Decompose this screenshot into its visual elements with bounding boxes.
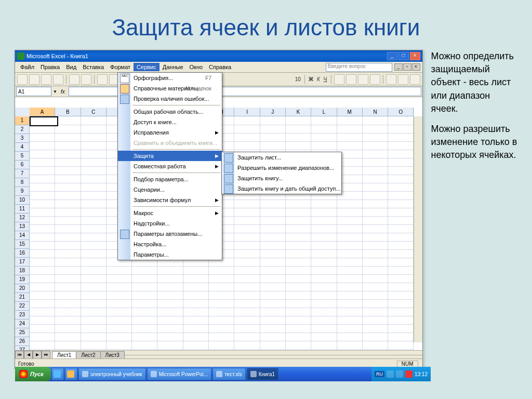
cell[interactable] — [388, 166, 414, 175]
sheet-tab[interactable]: Лист2 — [76, 351, 100, 359]
row-header[interactable]: 19 — [15, 275, 30, 284]
cell[interactable] — [363, 216, 388, 225]
cell[interactable] — [363, 166, 388, 175]
tray-icon[interactable] — [396, 370, 403, 378]
menu-entry[interactable]: Защитить лист... — [222, 152, 341, 163]
cell[interactable] — [337, 283, 363, 291]
cell[interactable] — [209, 308, 234, 316]
cell[interactable] — [388, 133, 414, 142]
cell[interactable] — [55, 233, 81, 242]
row-header[interactable]: 8 — [15, 178, 30, 187]
cell[interactable] — [132, 308, 157, 316]
cell[interactable] — [209, 316, 234, 325]
cell[interactable] — [363, 141, 388, 150]
cell[interactable] — [388, 316, 414, 325]
menu-entry[interactable]: Подбор параметра... — [118, 174, 222, 184]
quick-launch-icon[interactable] — [65, 368, 77, 380]
cell[interactable] — [286, 141, 311, 150]
cell[interactable] — [81, 191, 107, 200]
cell[interactable] — [337, 299, 363, 308]
cell[interactable] — [388, 299, 414, 308]
tab-nav-next[interactable]: ▶ — [33, 351, 42, 359]
align-left-button[interactable] — [334, 74, 344, 85]
cell[interactable] — [311, 208, 337, 217]
cell[interactable] — [286, 200, 311, 208]
cell[interactable] — [107, 291, 132, 300]
cell[interactable] — [81, 324, 107, 333]
column-header[interactable]: B — [55, 108, 81, 116]
cell[interactable] — [234, 116, 260, 125]
cell[interactable] — [107, 341, 132, 350]
cell[interactable] — [81, 299, 107, 308]
cell[interactable] — [183, 308, 209, 316]
vertical-scrollbar[interactable] — [414, 116, 422, 342]
row-header[interactable]: 15 — [15, 240, 30, 249]
cell[interactable] — [55, 183, 81, 192]
cell[interactable] — [337, 200, 363, 208]
menu-entry[interactable]: Доступ к книге... — [118, 117, 222, 127]
row-header[interactable]: 11 — [15, 205, 30, 214]
row-header[interactable]: 18 — [15, 267, 30, 275]
cell[interactable] — [55, 125, 81, 134]
cell[interactable] — [81, 166, 107, 175]
cell[interactable] — [311, 224, 337, 233]
cell[interactable] — [337, 341, 363, 350]
row-header[interactable]: 25 — [15, 328, 30, 337]
cell[interactable] — [55, 283, 81, 291]
cell[interactable] — [363, 283, 388, 291]
cell[interactable] — [388, 324, 414, 333]
menu-entry[interactable]: Зависимости формул▶ — [118, 195, 222, 205]
column-header[interactable]: I — [234, 108, 260, 116]
cell[interactable] — [107, 316, 132, 325]
preview-button[interactable] — [69, 74, 79, 85]
cell[interactable] — [55, 150, 81, 158]
cell[interactable] — [55, 299, 81, 308]
spell-button[interactable] — [81, 74, 91, 85]
cell[interactable] — [234, 316, 260, 325]
row-header[interactable]: 2 — [15, 125, 30, 134]
cell[interactable] — [388, 341, 414, 350]
cell[interactable] — [286, 324, 311, 333]
sheet-tab[interactable]: Лист3 — [100, 351, 125, 359]
cell[interactable] — [209, 299, 234, 308]
cell[interactable] — [157, 283, 183, 291]
menu-entry[interactable]: Общая рабочая область... — [118, 107, 222, 117]
cell[interactable] — [132, 341, 157, 350]
cell[interactable] — [337, 324, 363, 333]
cell[interactable] — [209, 283, 234, 291]
cell[interactable] — [234, 332, 260, 341]
cell[interactable] — [260, 133, 286, 142]
cell[interactable] — [234, 249, 260, 258]
column-header[interactable]: O — [388, 108, 414, 116]
cell[interactable] — [260, 208, 286, 217]
cell[interactable] — [286, 291, 311, 300]
cell[interactable] — [363, 258, 388, 267]
print-button[interactable] — [53, 74, 63, 85]
cell[interactable] — [81, 316, 107, 325]
new-button[interactable] — [17, 74, 28, 85]
cell[interactable] — [81, 116, 107, 125]
cell[interactable] — [260, 125, 286, 134]
menu-entry[interactable]: Надстройки... — [118, 218, 222, 229]
cell[interactable] — [234, 125, 260, 134]
cell[interactable] — [107, 332, 132, 341]
cell[interactable] — [286, 266, 311, 275]
cell[interactable] — [234, 283, 260, 291]
cell[interactable] — [157, 274, 183, 283]
merge-button[interactable] — [370, 74, 380, 85]
cell[interactable] — [81, 224, 107, 233]
cell[interactable] — [363, 175, 388, 183]
cell[interactable] — [234, 241, 260, 250]
column-header[interactable]: C — [81, 108, 107, 116]
cell[interactable] — [260, 332, 286, 341]
cell[interactable] — [260, 224, 286, 233]
cell[interactable] — [81, 291, 107, 300]
cell[interactable] — [30, 216, 55, 225]
cell[interactable] — [363, 299, 388, 308]
cell[interactable] — [260, 249, 286, 258]
cell[interactable] — [157, 308, 183, 316]
cell[interactable] — [388, 116, 414, 125]
menu-item-6[interactable]: Данные — [159, 63, 187, 71]
cell[interactable] — [260, 116, 286, 125]
cell[interactable] — [363, 241, 388, 250]
